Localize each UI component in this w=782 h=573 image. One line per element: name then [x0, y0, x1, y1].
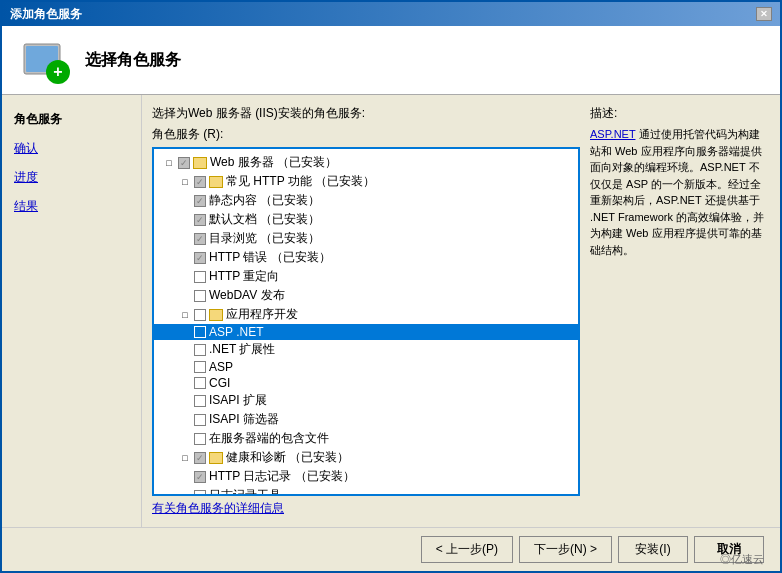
install-button[interactable]: 安装(I): [618, 536, 688, 563]
tree-item-server-side-include[interactable]: 在服务器端的包含文件: [154, 429, 578, 448]
label-static-content: 静态内容 （已安装）: [209, 192, 320, 209]
nav-item-result[interactable]: 结果: [2, 192, 141, 221]
window-title: 添加角色服务: [10, 6, 82, 23]
checkbox-dir-browse[interactable]: [194, 233, 206, 245]
nav-item-progress[interactable]: 进度: [2, 163, 141, 192]
tree-item-http-redirect[interactable]: HTTP 重定向: [154, 267, 578, 286]
checkbox-server-include[interactable]: [194, 433, 206, 445]
checkbox-app-dev[interactable]: [194, 309, 206, 321]
tree-item-dir-browse[interactable]: 目录浏览 （已安装）: [154, 229, 578, 248]
tree-item-asp[interactable]: ASP: [154, 359, 578, 375]
folder-icon-appdev: [209, 309, 223, 321]
label-http-log: HTTP 日志记录 （已安装）: [209, 468, 355, 485]
label-isapi-ext: ISAPI 扩展: [209, 392, 267, 409]
label-isapi-filter: ISAPI 筛选器: [209, 411, 279, 428]
footer: < 上一步(P) 下一步(N) > 安装(I) 取消: [2, 527, 780, 571]
tree-item-dotnet-ext[interactable]: .NET 扩展性: [154, 340, 578, 359]
label-app-dev: 应用程序开发: [226, 306, 298, 323]
checkbox-asp-net[interactable]: [194, 326, 206, 338]
expand-icon-appdev[interactable]: □: [178, 308, 192, 322]
checkbox-dotnet-ext[interactable]: [194, 344, 206, 356]
label-dir-browse: 目录浏览 （已安装）: [209, 230, 320, 247]
page-title: 选择角色服务: [85, 50, 181, 71]
close-button[interactable]: ✕: [756, 7, 772, 21]
svg-text:+: +: [53, 63, 62, 80]
next-button[interactable]: 下一步(N) >: [519, 536, 612, 563]
checkbox-cgi[interactable]: [194, 377, 206, 389]
expand-icon-http[interactable]: □: [178, 175, 192, 189]
tree-item-health-diag[interactable]: □ 健康和诊断 （已安装）: [154, 448, 578, 467]
tree-item-default-doc[interactable]: 默认文档 （已安装）: [154, 210, 578, 229]
tree-item-isapi-ext[interactable]: ISAPI 扩展: [154, 391, 578, 410]
tree-item-http-log[interactable]: HTTP 日志记录 （已安装）: [154, 467, 578, 486]
right-content-area: 选择为Web 服务器 (IIS)安装的角色服务: 角色服务 (R): □ Web…: [142, 95, 780, 527]
tree-item-webserver[interactable]: □ Web 服务器 （已安装）: [154, 153, 578, 172]
folder-icon-webserver: [193, 157, 207, 169]
folder-icon-http: [209, 176, 223, 188]
tree-item-app-dev[interactable]: □ 应用程序开发: [154, 305, 578, 324]
label-asp-net: ASP .NET: [209, 325, 263, 339]
tree-item-asp-net[interactable]: ASP .NET: [154, 324, 578, 340]
role-services-label: 角色服务 (R):: [152, 126, 580, 143]
body-content: 角色服务 确认 进度 结果 选择为Web 服务器 (IIS)安装的角色服务: 角…: [2, 95, 780, 527]
label-server-include: 在服务器端的包含文件: [209, 430, 329, 447]
checkbox-isapi-ext[interactable]: [194, 395, 206, 407]
tree-item-static-content[interactable]: 静态内容 （已安装）: [154, 191, 578, 210]
tree-item-isapi-filter[interactable]: ISAPI 筛选器: [154, 410, 578, 429]
asp-net-link[interactable]: ASP.NET: [590, 128, 635, 140]
nav-item-confirm[interactable]: 确认: [2, 134, 141, 163]
main-window: 添加角色服务 ✕ + 选择角色服务 角色服务 确认 进度 结果: [0, 0, 782, 573]
select-instruction: 选择为Web 服务器 (IIS)安装的角色服务:: [152, 105, 580, 122]
checkbox-static[interactable]: [194, 195, 206, 207]
checkbox-isapi-filter[interactable]: [194, 414, 206, 426]
label-log-tools: 日志记录工具: [209, 487, 281, 496]
tree-item-http-error[interactable]: HTTP 错误 （已安装）: [154, 248, 578, 267]
tree-item-cgi[interactable]: CGI: [154, 375, 578, 391]
description-panel: 描述: ASP.NET 通过使用托管代码为构建站和 Web 应用程序向服务器端提…: [590, 105, 770, 517]
tree-item-webdav[interactable]: WebDAV 发布: [154, 286, 578, 305]
label-asp: ASP: [209, 360, 233, 374]
middle-panel: 选择为Web 服务器 (IIS)安装的角色服务: 角色服务 (R): □ Web…: [152, 105, 580, 517]
checkbox-http-error[interactable]: [194, 252, 206, 264]
tree-item-http-common[interactable]: □ 常见 HTTP 功能 （已安装）: [154, 172, 578, 191]
details-link[interactable]: 有关角色服务的详细信息: [152, 496, 580, 517]
left-nav-panel: 角色服务 确认 进度 结果: [2, 95, 142, 527]
label-dotnet-ext: .NET 扩展性: [209, 341, 275, 358]
title-bar-buttons: ✕: [756, 7, 772, 21]
checkbox-asp[interactable]: [194, 361, 206, 373]
label-default-doc: 默认文档 （已安装）: [209, 211, 320, 228]
checkbox-http-log[interactable]: [194, 471, 206, 483]
back-button[interactable]: < 上一步(P): [421, 536, 513, 563]
role-tree[interactable]: □ Web 服务器 （已安装） □ 常见 HTTP 功能 （已安装）: [152, 147, 580, 496]
nav-item-role-services[interactable]: 角色服务: [2, 105, 141, 134]
label-http-common: 常见 HTTP 功能 （已安装）: [226, 173, 375, 190]
label-http-error: HTTP 错误 （已安装）: [209, 249, 331, 266]
folder-icon-health: [209, 452, 223, 464]
title-bar: 添加角色服务 ✕: [2, 2, 780, 26]
header-section: + 选择角色服务: [2, 26, 780, 95]
checkbox-webserver[interactable]: [178, 157, 190, 169]
description-text: ASP.NET 通过使用托管代码为构建站和 Web 应用程序向服务器端提供面向对…: [590, 126, 770, 258]
expand-icon-webserver[interactable]: □: [162, 156, 176, 170]
tree-item-log-tools[interactable]: 日志记录工具: [154, 486, 578, 496]
label-webdav: WebDAV 发布: [209, 287, 285, 304]
label-cgi: CGI: [209, 376, 230, 390]
description-label: 描述:: [590, 105, 770, 122]
expand-icon-health[interactable]: □: [178, 451, 192, 465]
checkbox-health-diag[interactable]: [194, 452, 206, 464]
label-webserver: Web 服务器 （已安装）: [210, 154, 337, 171]
checkbox-webdav[interactable]: [194, 290, 206, 302]
label-health-diag: 健康和诊断 （已安装）: [226, 449, 349, 466]
watermark: ◎亿速云: [720, 552, 764, 567]
checkbox-http-redirect[interactable]: [194, 271, 206, 283]
label-http-redirect: HTTP 重定向: [209, 268, 279, 285]
checkbox-http-common[interactable]: [194, 176, 206, 188]
checkbox-default-doc[interactable]: [194, 214, 206, 226]
wizard-icon: +: [22, 36, 70, 84]
